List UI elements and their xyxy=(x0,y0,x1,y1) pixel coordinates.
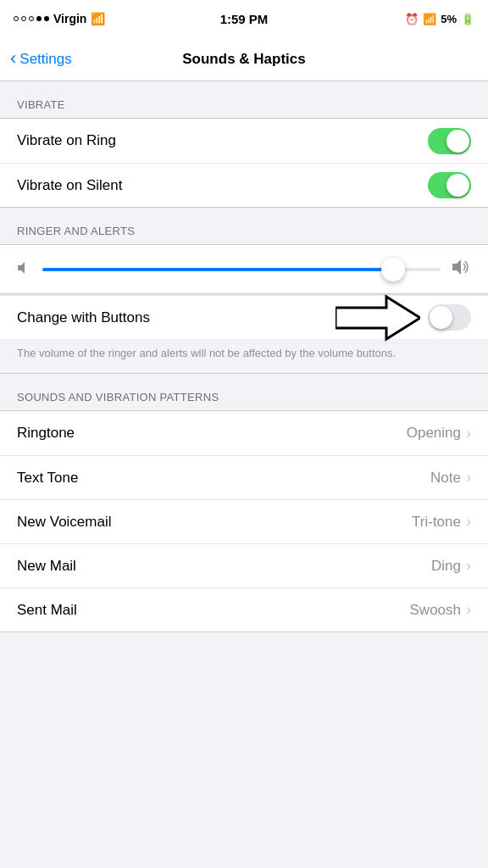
nav-bar: ‹ Settings Sounds & Haptics xyxy=(0,37,488,81)
ringer-section-header: RINGER AND ALERTS xyxy=(0,208,488,244)
status-right: ⏰ 📶 5% 🔋 xyxy=(405,13,474,25)
new-mail-row[interactable]: New Mail Ding › xyxy=(0,543,488,587)
ringtone-right: Opening › xyxy=(407,425,471,442)
new-voicemail-right: Tri-tone › xyxy=(412,513,471,531)
new-voicemail-label: New Voicemail xyxy=(17,514,112,531)
text-tone-chevron: › xyxy=(466,469,471,487)
new-mail-value: Ding xyxy=(431,558,461,575)
ringtone-label: Ringtone xyxy=(17,425,75,442)
vibrate-section-header: VIBRATE xyxy=(0,81,488,118)
volume-high-icon xyxy=(451,257,471,281)
text-tone-label: Text Tone xyxy=(17,470,78,487)
vibrate-on-ring-row: Vibrate on Ring xyxy=(0,119,488,163)
signal-dot-1 xyxy=(14,16,19,21)
ringer-slider-row xyxy=(17,257,471,281)
ringtone-chevron: › xyxy=(466,425,471,442)
sent-mail-label: Sent Mail xyxy=(17,602,77,619)
text-tone-right: Note › xyxy=(430,469,471,487)
volume-mute-icon xyxy=(17,260,32,279)
vibrate-on-silent-toggle[interactable] xyxy=(428,172,471,198)
back-label: Settings xyxy=(19,51,71,68)
change-with-buttons-toggle[interactable] xyxy=(428,304,471,331)
ringer-slider-section xyxy=(0,244,488,294)
signal-dot-4 xyxy=(36,16,42,21)
new-voicemail-chevron: › xyxy=(466,513,471,531)
text-tone-row[interactable]: Text Tone Note › xyxy=(0,455,488,499)
new-voicemail-value: Tri-tone xyxy=(412,514,461,531)
wifi-icon: 📶 xyxy=(91,12,105,25)
new-mail-right: Ding › xyxy=(431,557,471,575)
svg-marker-1 xyxy=(452,259,461,275)
vibrate-on-ring-label: Vibrate on Ring xyxy=(17,132,116,149)
vibrate-on-silent-row: Vibrate on Silent xyxy=(0,163,488,207)
change-with-buttons-label: Change with Buttons xyxy=(17,309,150,326)
ringer-slider-fill xyxy=(42,268,393,271)
sent-mail-chevron: › xyxy=(466,601,471,619)
vibrate-on-ring-thumb xyxy=(446,130,469,153)
vibrate-on-ring-toggle[interactable] xyxy=(428,128,471,154)
svg-marker-2 xyxy=(336,297,420,339)
ringtone-row[interactable]: Ringtone Opening › xyxy=(0,411,488,455)
change-with-buttons-thumb xyxy=(430,306,452,329)
battery-label: 5% xyxy=(441,13,457,25)
ringer-slider-thumb[interactable] xyxy=(381,258,405,281)
sent-mail-value: Swoosh xyxy=(410,602,461,619)
change-with-buttons-row: Change with Buttons xyxy=(0,295,488,339)
sent-mail-row[interactable]: Sent Mail Swoosh › xyxy=(0,587,488,632)
signal-dot-3 xyxy=(29,16,34,21)
chevron-left-icon: ‹ xyxy=(10,47,16,70)
sounds-patterns-section-header: SOUNDS AND VIBRATION PATTERNS xyxy=(0,374,488,410)
status-bar: Virgin 📶 1:59 PM ⏰ 📶 5% 🔋 xyxy=(0,0,488,37)
new-mail-chevron: › xyxy=(466,557,471,575)
new-mail-label: New Mail xyxy=(17,558,76,575)
arrow-annotation xyxy=(336,292,420,343)
status-left: Virgin 📶 xyxy=(14,12,105,25)
signal-dots xyxy=(14,16,49,21)
signal-dot-2 xyxy=(21,16,26,21)
back-button[interactable]: ‹ Settings xyxy=(10,49,72,70)
ringer-slider-track xyxy=(42,268,441,271)
ringtone-value: Opening xyxy=(407,425,461,442)
status-time: 1:59 PM xyxy=(220,12,269,26)
svg-marker-0 xyxy=(18,262,25,274)
new-voicemail-row[interactable]: New Voicemail Tri-tone › xyxy=(0,499,488,543)
page-title: Sounds & Haptics xyxy=(182,51,305,68)
bluetooth-icon: 📶 xyxy=(423,13,436,25)
change-buttons-container: Change with Buttons xyxy=(0,294,488,339)
ringer-disclaimer: The volume of the ringer and alerts will… xyxy=(0,339,488,374)
signal-dot-5 xyxy=(44,16,49,21)
battery-icon: 🔋 xyxy=(461,13,474,25)
vibrate-on-silent-label: Vibrate on Silent xyxy=(17,177,122,194)
text-tone-value: Note xyxy=(430,470,461,487)
sounds-patterns-card-group: Ringtone Opening › Text Tone Note › New … xyxy=(0,410,488,632)
carrier-label: Virgin xyxy=(53,12,86,25)
vibrate-card-group: Vibrate on Ring Vibrate on Silent xyxy=(0,118,488,208)
vibrate-on-silent-thumb xyxy=(446,174,469,197)
sent-mail-right: Swoosh › xyxy=(410,601,471,619)
alarm-icon: ⏰ xyxy=(405,13,419,25)
